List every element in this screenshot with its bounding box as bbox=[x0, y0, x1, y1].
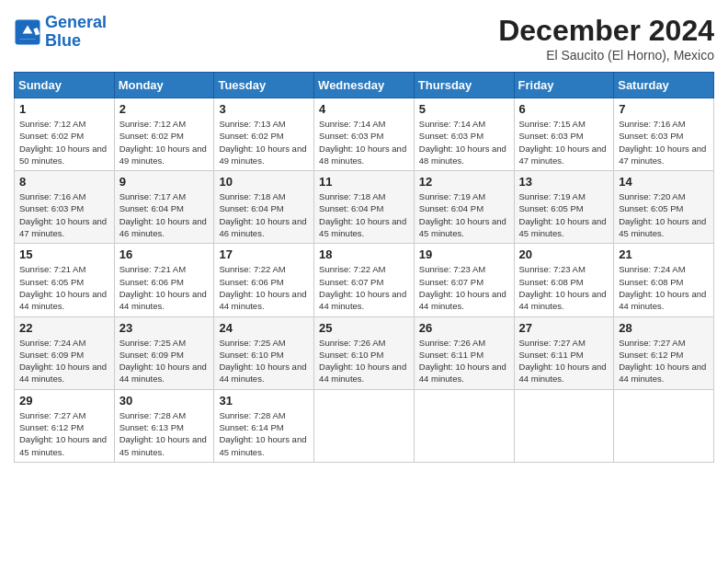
calendar-cell: 17Sunrise: 7:22 AM Sunset: 6:06 PM Dayli… bbox=[214, 244, 314, 316]
calendar-cell: 16Sunrise: 7:21 AM Sunset: 6:06 PM Dayli… bbox=[114, 244, 214, 316]
calendar-week-row: 1Sunrise: 7:12 AM Sunset: 6:02 PM Daylig… bbox=[15, 98, 714, 171]
calendar-cell: 11Sunrise: 7:18 AM Sunset: 6:04 PM Dayli… bbox=[314, 171, 415, 244]
title-section: December 2024 El Saucito (El Horno), Mex… bbox=[498, 14, 714, 63]
day-number: 5 bbox=[419, 102, 509, 116]
logo-text: General Blue bbox=[45, 14, 107, 51]
day-number: 16 bbox=[119, 247, 210, 261]
calendar-cell: 28Sunrise: 7:27 AM Sunset: 6:12 PM Dayli… bbox=[614, 316, 714, 389]
day-info: Sunrise: 7:14 AM Sunset: 6:03 PM Dayligh… bbox=[319, 118, 409, 167]
calendar-week-row: 22Sunrise: 7:24 AM Sunset: 6:09 PM Dayli… bbox=[15, 316, 714, 389]
day-info: Sunrise: 7:26 AM Sunset: 6:11 PM Dayligh… bbox=[419, 337, 509, 385]
calendar-week-row: 15Sunrise: 7:21 AM Sunset: 6:05 PM Dayli… bbox=[15, 244, 714, 316]
day-info: Sunrise: 7:20 AM Sunset: 6:05 PM Dayligh… bbox=[619, 190, 709, 239]
calendar-cell: 30Sunrise: 7:28 AM Sunset: 6:13 PM Dayli… bbox=[114, 389, 214, 462]
calendar-cell: 18Sunrise: 7:22 AM Sunset: 6:07 PM Dayli… bbox=[314, 244, 415, 316]
day-number: 25 bbox=[319, 321, 409, 335]
day-info: Sunrise: 7:28 AM Sunset: 6:13 PM Dayligh… bbox=[119, 409, 210, 458]
calendar-cell: 19Sunrise: 7:23 AM Sunset: 6:07 PM Dayli… bbox=[414, 244, 514, 316]
day-info: Sunrise: 7:18 AM Sunset: 6:04 PM Dayligh… bbox=[319, 190, 409, 239]
day-info: Sunrise: 7:24 AM Sunset: 6:09 PM Dayligh… bbox=[19, 337, 109, 385]
day-info: Sunrise: 7:23 AM Sunset: 6:08 PM Dayligh… bbox=[519, 263, 609, 312]
day-number: 12 bbox=[419, 175, 509, 189]
calendar-cell: 3Sunrise: 7:13 AM Sunset: 6:02 PM Daylig… bbox=[214, 98, 314, 171]
logo-icon bbox=[14, 18, 41, 46]
day-info: Sunrise: 7:23 AM Sunset: 6:07 PM Dayligh… bbox=[419, 263, 509, 312]
logo: General Blue bbox=[14, 14, 107, 51]
calendar-cell: 29Sunrise: 7:27 AM Sunset: 6:12 PM Dayli… bbox=[15, 389, 115, 462]
day-number: 21 bbox=[619, 247, 709, 261]
calendar-week-row: 29Sunrise: 7:27 AM Sunset: 6:12 PM Dayli… bbox=[15, 389, 714, 462]
calendar-cell: 12Sunrise: 7:19 AM Sunset: 6:04 PM Dayli… bbox=[414, 171, 514, 244]
day-number: 31 bbox=[219, 394, 309, 408]
header-tuesday: Tuesday bbox=[214, 73, 314, 98]
calendar-cell: 24Sunrise: 7:25 AM Sunset: 6:10 PM Dayli… bbox=[214, 316, 314, 389]
header-monday: Monday bbox=[114, 73, 214, 98]
day-info: Sunrise: 7:16 AM Sunset: 6:03 PM Dayligh… bbox=[619, 118, 709, 167]
day-number: 7 bbox=[619, 102, 709, 116]
day-info: Sunrise: 7:14 AM Sunset: 6:03 PM Dayligh… bbox=[419, 118, 509, 167]
calendar-cell: 15Sunrise: 7:21 AM Sunset: 6:05 PM Dayli… bbox=[15, 244, 115, 316]
logo-general: General bbox=[45, 13, 107, 31]
day-info: Sunrise: 7:21 AM Sunset: 6:06 PM Dayligh… bbox=[119, 263, 210, 312]
calendar-cell bbox=[314, 389, 415, 462]
day-number: 9 bbox=[119, 175, 210, 189]
day-number: 30 bbox=[119, 394, 210, 408]
day-number: 19 bbox=[419, 247, 509, 261]
calendar-cell: 8Sunrise: 7:16 AM Sunset: 6:03 PM Daylig… bbox=[15, 171, 115, 244]
day-info: Sunrise: 7:27 AM Sunset: 6:12 PM Dayligh… bbox=[19, 409, 109, 458]
header-wednesday: Wednesday bbox=[314, 73, 415, 98]
day-number: 18 bbox=[319, 247, 409, 261]
day-number: 27 bbox=[519, 321, 609, 335]
day-number: 15 bbox=[19, 247, 109, 261]
calendar-cell: 20Sunrise: 7:23 AM Sunset: 6:08 PM Dayli… bbox=[514, 244, 614, 316]
calendar-cell: 6Sunrise: 7:15 AM Sunset: 6:03 PM Daylig… bbox=[514, 98, 614, 171]
day-number: 29 bbox=[19, 394, 109, 408]
day-number: 23 bbox=[119, 321, 210, 335]
calendar: SundayMondayTuesdayWednesdayThursdayFrid… bbox=[14, 72, 714, 463]
calendar-cell bbox=[414, 389, 514, 462]
day-number: 4 bbox=[319, 102, 409, 116]
calendar-cell: 27Sunrise: 7:27 AM Sunset: 6:11 PM Dayli… bbox=[514, 316, 614, 389]
day-info: Sunrise: 7:27 AM Sunset: 6:12 PM Dayligh… bbox=[619, 337, 709, 385]
day-number: 2 bbox=[119, 102, 210, 116]
header-sunday: Sunday bbox=[15, 73, 115, 98]
day-info: Sunrise: 7:26 AM Sunset: 6:10 PM Dayligh… bbox=[319, 337, 409, 385]
day-info: Sunrise: 7:15 AM Sunset: 6:03 PM Dayligh… bbox=[519, 118, 609, 167]
logo-blue: Blue bbox=[45, 31, 81, 50]
day-number: 28 bbox=[619, 321, 709, 335]
day-number: 1 bbox=[19, 102, 109, 116]
calendar-cell: 10Sunrise: 7:18 AM Sunset: 6:04 PM Dayli… bbox=[214, 171, 314, 244]
main-title: December 2024 bbox=[498, 14, 714, 48]
calendar-cell bbox=[514, 389, 614, 462]
calendar-cell: 9Sunrise: 7:17 AM Sunset: 6:04 PM Daylig… bbox=[114, 171, 214, 244]
calendar-cell: 2Sunrise: 7:12 AM Sunset: 6:02 PM Daylig… bbox=[114, 98, 214, 171]
calendar-cell: 22Sunrise: 7:24 AM Sunset: 6:09 PM Dayli… bbox=[15, 316, 115, 389]
day-info: Sunrise: 7:24 AM Sunset: 6:08 PM Dayligh… bbox=[619, 263, 709, 312]
day-number: 13 bbox=[519, 175, 609, 189]
day-info: Sunrise: 7:22 AM Sunset: 6:07 PM Dayligh… bbox=[319, 263, 409, 312]
day-info: Sunrise: 7:22 AM Sunset: 6:06 PM Dayligh… bbox=[219, 263, 309, 312]
calendar-cell bbox=[614, 389, 714, 462]
day-number: 8 bbox=[19, 175, 109, 189]
calendar-cell: 23Sunrise: 7:25 AM Sunset: 6:09 PM Dayli… bbox=[114, 316, 214, 389]
header: General Blue December 2024 El Saucito (E… bbox=[14, 14, 714, 63]
day-info: Sunrise: 7:27 AM Sunset: 6:11 PM Dayligh… bbox=[519, 337, 609, 385]
calendar-cell: 7Sunrise: 7:16 AM Sunset: 6:03 PM Daylig… bbox=[614, 98, 714, 171]
calendar-cell: 31Sunrise: 7:28 AM Sunset: 6:14 PM Dayli… bbox=[214, 389, 314, 462]
calendar-cell: 4Sunrise: 7:14 AM Sunset: 6:03 PM Daylig… bbox=[314, 98, 415, 171]
header-thursday: Thursday bbox=[414, 73, 514, 98]
day-info: Sunrise: 7:25 AM Sunset: 6:09 PM Dayligh… bbox=[119, 337, 210, 385]
calendar-cell: 26Sunrise: 7:26 AM Sunset: 6:11 PM Dayli… bbox=[414, 316, 514, 389]
day-info: Sunrise: 7:16 AM Sunset: 6:03 PM Dayligh… bbox=[19, 190, 109, 239]
day-info: Sunrise: 7:17 AM Sunset: 6:04 PM Dayligh… bbox=[119, 190, 210, 239]
header-saturday: Saturday bbox=[614, 73, 714, 98]
day-info: Sunrise: 7:12 AM Sunset: 6:02 PM Dayligh… bbox=[119, 118, 210, 167]
day-number: 24 bbox=[219, 321, 309, 335]
calendar-cell: 1Sunrise: 7:12 AM Sunset: 6:02 PM Daylig… bbox=[15, 98, 115, 171]
svg-rect-2 bbox=[19, 33, 36, 39]
day-number: 22 bbox=[19, 321, 109, 335]
day-info: Sunrise: 7:19 AM Sunset: 6:04 PM Dayligh… bbox=[419, 190, 509, 239]
header-friday: Friday bbox=[514, 73, 614, 98]
day-number: 20 bbox=[519, 247, 609, 261]
calendar-week-row: 8Sunrise: 7:16 AM Sunset: 6:03 PM Daylig… bbox=[15, 171, 714, 244]
